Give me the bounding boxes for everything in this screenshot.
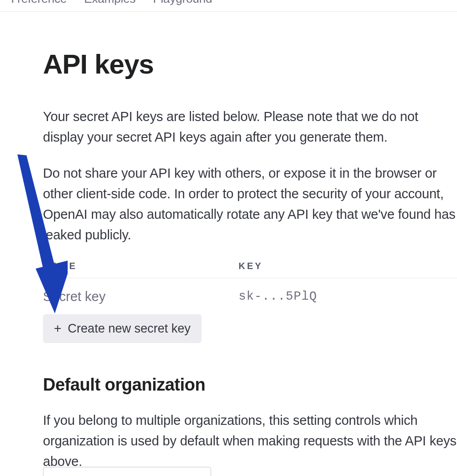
default-org-body: If you belong to multiple organizations,…: [43, 410, 457, 472]
create-button-label: Create new secret key: [68, 322, 191, 336]
intro-paragraph-2: Do not share your API key with others, o…: [43, 163, 457, 245]
nav-item-playground[interactable]: Playground: [153, 0, 213, 6]
create-secret-key-button[interactable]: + Create new secret key: [43, 314, 202, 343]
table-header-row: NAME KEY: [43, 261, 457, 278]
nav-item-reference[interactable]: I reference: [11, 0, 67, 6]
table-cell-key: sk-...5PlQ: [239, 290, 457, 303]
intro-paragraph-1: Your secret API keys are listed below. P…: [43, 106, 457, 148]
table-header-key: KEY: [239, 261, 457, 271]
api-keys-table: NAME KEY Secret key sk-...5PlQ: [43, 261, 457, 314]
table-cell-name: Secret key: [43, 289, 239, 304]
plus-icon: +: [54, 322, 61, 335]
top-nav: I reference Examples Playground: [0, 0, 457, 12]
main-content: API keys Your secret API keys are listed…: [0, 12, 457, 471]
page-title: API keys: [43, 48, 457, 80]
nav-item-examples[interactable]: Examples: [84, 0, 136, 6]
org-select[interactable]: [43, 467, 211, 476]
table-header-name: NAME: [43, 261, 239, 271]
default-org-title: Default organization: [43, 375, 457, 395]
table-row: Secret key sk-...5PlQ: [43, 278, 457, 314]
